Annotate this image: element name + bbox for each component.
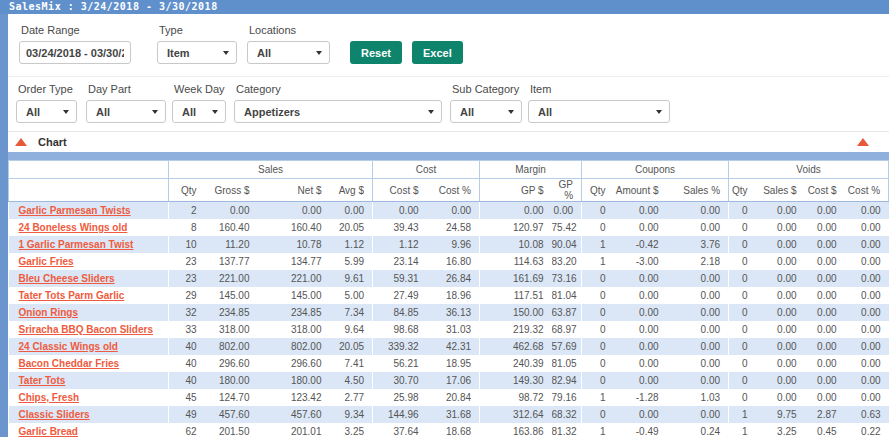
value-cell: 145.00 <box>205 287 258 304</box>
column-header: Cost % <box>845 179 889 202</box>
value-cell: 134.77 <box>258 253 330 270</box>
item-cell: Garlic Fries <box>9 253 169 270</box>
item-link[interactable]: Garlic Parmesan Twists <box>19 205 131 216</box>
item-link[interactable]: 24 Boneless Wings old <box>19 222 128 233</box>
table-row: Bacon Cheddar Fries40296.60296.607.4156.… <box>9 355 889 372</box>
value-cell: 144.96 <box>373 406 427 423</box>
value-cell: 0.00 <box>805 287 845 304</box>
locations-select[interactable]: All <box>247 41 330 64</box>
value-cell: 0.00 <box>205 202 258 219</box>
table-row: Onion Rings32234.85234.857.3484.8536.131… <box>9 304 889 321</box>
value-cell: 0.00 <box>667 406 729 423</box>
value-cell: 0.00 <box>805 253 845 270</box>
value-cell: 2.87 <box>805 406 845 423</box>
value-cell: 0.00 <box>805 236 845 253</box>
order-type-select[interactable]: All <box>16 100 77 123</box>
item-cell: Classic Sliders <box>9 406 169 423</box>
date-range-input[interactable] <box>19 41 131 64</box>
value-cell: 1.12 <box>373 236 427 253</box>
reset-button[interactable]: Reset <box>350 41 402 64</box>
item-link[interactable]: Classic Sliders <box>19 409 90 420</box>
value-cell: 0 <box>729 270 756 287</box>
table-head: SalesCostMarginCouponsVoidsQtyGross $Net… <box>9 161 889 202</box>
value-cell: 82.94 <box>552 372 582 389</box>
value-cell: 33 <box>169 321 205 338</box>
week-day-select[interactable]: All <box>172 100 226 123</box>
item-link[interactable]: Sriracha BBQ Bacon Sliders <box>19 324 154 335</box>
week-day-select-value: All <box>182 106 196 118</box>
group-header-margin: Margin <box>480 161 582 179</box>
value-cell: 163.86 <box>480 423 552 437</box>
item-link[interactable]: 24 Classic Wings old <box>19 341 118 352</box>
value-cell: 1 <box>582 389 614 406</box>
value-cell: 1 <box>582 253 614 270</box>
column-header: GP % <box>552 179 582 202</box>
item-link[interactable]: Garlic Bread <box>19 426 78 437</box>
locations-label: Locations <box>249 24 330 36</box>
value-cell: 40 <box>169 372 205 389</box>
item-link[interactable]: Tater Tots <box>19 375 66 386</box>
value-cell: 39.43 <box>373 219 427 236</box>
value-cell: 27.49 <box>373 287 427 304</box>
sub-category-select[interactable]: All <box>450 100 522 123</box>
value-cell: 31.03 <box>427 321 480 338</box>
day-part-field: Day Part All <box>86 83 166 123</box>
table-row: Bleu Cheese Sliders23221.00221.009.6159.… <box>9 270 889 287</box>
excel-button[interactable]: Excel <box>412 41 463 64</box>
value-cell: 120.97 <box>480 219 552 236</box>
value-cell: 0.00 <box>845 253 889 270</box>
value-cell: 0.00 <box>480 202 552 219</box>
item-column-group-header <box>9 161 169 179</box>
item-link[interactable]: Bleu Cheese Sliders <box>19 273 115 284</box>
week-day-label: Week Day <box>174 83 226 95</box>
value-cell: 3.76 <box>667 236 729 253</box>
value-cell: 180.00 <box>205 372 258 389</box>
chart-collapse-triangle-icon[interactable] <box>15 138 27 146</box>
value-cell: 0.00 <box>845 355 889 372</box>
category-select[interactable]: Appetizers <box>234 100 442 123</box>
value-cell: 83.20 <box>552 253 582 270</box>
value-cell: 5.00 <box>330 287 373 304</box>
item-link[interactable]: Tater Tots Parm Garlic <box>19 290 125 301</box>
column-header: Qty <box>582 179 614 202</box>
value-cell: 10 <box>169 236 205 253</box>
value-cell: 0.00 <box>614 219 667 236</box>
value-cell: 25.98 <box>373 389 427 406</box>
group-header-cost: Cost <box>373 161 480 179</box>
column-header: Qty <box>729 179 756 202</box>
value-cell: 296.60 <box>258 355 330 372</box>
item-link[interactable]: Onion Rings <box>19 307 78 318</box>
value-cell: 9.75 <box>756 406 805 423</box>
value-cell: 0.00 <box>845 304 889 321</box>
column-header: Qty <box>169 179 205 202</box>
chart-collapse-triangle-icon-right[interactable] <box>857 138 869 146</box>
value-cell: 23 <box>169 253 205 270</box>
item-link[interactable]: Chips, Fresh <box>19 392 80 403</box>
value-cell: 0.00 <box>845 270 889 287</box>
day-part-select[interactable]: All <box>86 100 166 123</box>
value-cell: 234.85 <box>258 304 330 321</box>
value-cell: 457.60 <box>258 406 330 423</box>
type-select[interactable]: Item <box>157 41 237 64</box>
value-cell: 0.00 <box>845 338 889 355</box>
value-cell: 339.32 <box>373 338 427 355</box>
value-cell: 0.00 <box>756 338 805 355</box>
item-select[interactable]: All <box>528 100 670 123</box>
value-cell: 5.99 <box>330 253 373 270</box>
value-cell: 7.34 <box>330 304 373 321</box>
item-link[interactable]: Garlic Fries <box>19 256 74 267</box>
value-cell: 9.96 <box>427 236 480 253</box>
value-cell: 0.00 <box>667 202 729 219</box>
value-cell: 234.85 <box>205 304 258 321</box>
item-link[interactable]: 1 Garlic Parmesan Twist <box>19 239 134 250</box>
value-cell: 23 <box>169 270 205 287</box>
type-field: Type Item <box>157 24 237 64</box>
item-link[interactable]: Bacon Cheddar Fries <box>19 358 120 369</box>
value-cell: 42.31 <box>427 338 480 355</box>
item-cell: Chips, Fresh <box>9 389 169 406</box>
value-cell: 0.00 <box>805 355 845 372</box>
value-cell: 201.01 <box>258 423 330 437</box>
value-cell: 40 <box>169 355 205 372</box>
value-cell: 0 <box>582 287 614 304</box>
value-cell: 0.00 <box>805 389 845 406</box>
